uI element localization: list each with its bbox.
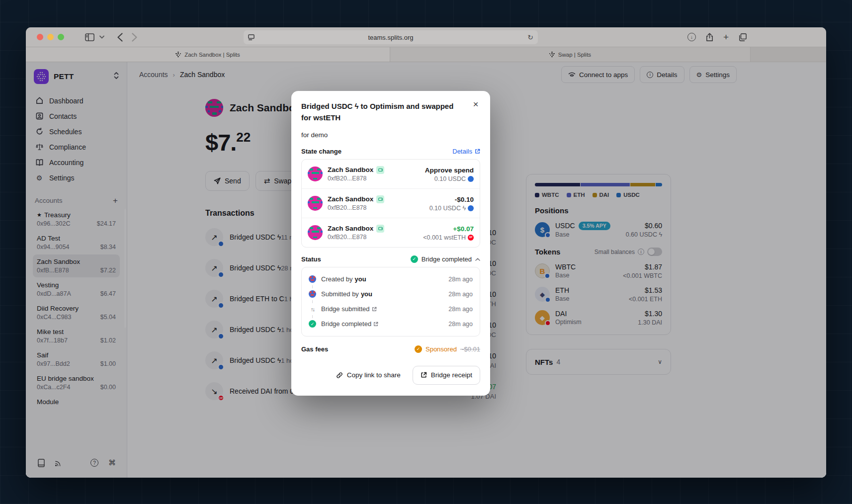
timeline-time: 28m ago: [448, 291, 473, 298]
share-icon[interactable]: [706, 33, 713, 42]
timeline-step-bridge-submitted[interactable]: ↑↓ Bridge submitted 28m ago: [309, 303, 473, 315]
original-gas-fee: ~$0.01: [460, 345, 480, 353]
back-button[interactable]: [117, 33, 123, 42]
browser-window: teams.splits.org ↻ ↓ + Zach Sandbox | Sp…: [26, 27, 826, 478]
gas-fees-label: Gas fees: [301, 345, 328, 353]
copy-link-button[interactable]: Copy link to share: [336, 371, 401, 379]
reader-mode-icon[interactable]: [248, 34, 255, 43]
address-bar[interactable]: teams.splits.org ↻: [244, 30, 538, 44]
state-change-row: Zach Sandbox 0xfB20...E878 -$0.10 0.10 U…: [302, 189, 480, 218]
link-icon: [336, 372, 343, 379]
external-link-icon: [372, 307, 377, 312]
downloads-icon[interactable]: ↓: [687, 33, 696, 41]
zoom-window-button[interactable]: [58, 34, 64, 40]
account-address: 0xfB20...E878: [328, 204, 429, 211]
timeline-step-created: Created byyou 28m ago: [309, 273, 473, 285]
url-text: teams.splits.org: [368, 34, 413, 41]
check-circle-icon: ✓: [411, 255, 418, 263]
account-avatar: [308, 196, 323, 211]
transaction-detail-modal: Bridged USDC ϟ to Optimism and swapped f…: [291, 91, 490, 396]
base-chain-badge: [468, 176, 474, 182]
wallet-icon: [376, 166, 384, 174]
close-window-button[interactable]: [37, 34, 43, 40]
user-avatar: [309, 275, 316, 283]
browser-toolbar: teams.splits.org ↻ ↓ +: [26, 27, 826, 47]
splits-favicon: [549, 52, 555, 57]
chevron-down-icon[interactable]: [99, 35, 104, 39]
timeline-time: 28m ago: [448, 306, 473, 313]
refresh-icon[interactable]: ↻: [527, 33, 533, 41]
bridge-receipt-button[interactable]: Bridge receipt: [413, 366, 480, 385]
state-change-row: Zach Sandbox 0xfB20...E878 +$0.07 <0.001…: [302, 218, 480, 247]
splits-favicon: [175, 52, 181, 57]
tab-label: Zach Sandbox | Splits: [184, 52, 240, 58]
account-avatar: [308, 225, 323, 240]
account-address: 0xfB20...E878: [328, 234, 423, 241]
check-circle-icon: ✓: [309, 320, 316, 328]
account-avatar: [308, 167, 323, 181]
tab-swap[interactable]: Swap | Splits: [390, 47, 751, 62]
forward-button[interactable]: [132, 33, 137, 42]
external-link-icon: [373, 322, 378, 327]
status-value[interactable]: ✓ Bridge completed: [411, 255, 480, 263]
tab-zach-sandbox[interactable]: Zach Sandbox | Splits: [26, 47, 390, 62]
wallet-icon: [376, 195, 384, 203]
chevron-up-icon: [475, 256, 480, 262]
wallet-icon: [376, 225, 384, 233]
up-down-arrows-icon: ↑↓: [311, 306, 314, 312]
state-change-row: Zach Sandbox 0xfB20...E878 Approve spend…: [302, 160, 480, 189]
timeline-step-bridge-completed[interactable]: ✓ Bridge completed 28m ago: [309, 318, 473, 330]
minimize-window-button[interactable]: [47, 34, 54, 40]
close-icon[interactable]: ×: [469, 98, 482, 111]
external-link-icon: [421, 372, 427, 378]
new-tab-icon[interactable]: +: [723, 32, 729, 42]
sponsored-label: Sponsored: [426, 345, 457, 353]
state-change-label: State change: [301, 148, 341, 155]
modal-title: Bridged USDC ϟ to Optimism and swapped f…: [301, 100, 480, 124]
tab-strip: Zach Sandbox | Splits Swap | Splits: [26, 47, 826, 62]
timeline-time: 28m ago: [448, 276, 473, 283]
tab-label: Swap | Splits: [558, 52, 591, 58]
browser-sidebar-toggle-icon[interactable]: [85, 33, 94, 41]
tab-overview-icon[interactable]: [739, 33, 747, 41]
details-link[interactable]: Details: [452, 148, 480, 155]
optimism-chain-badge: OP: [468, 235, 474, 241]
timeline-time: 28m ago: [448, 321, 473, 328]
status-label: Status: [301, 255, 321, 263]
base-chain-badge: [468, 205, 474, 211]
sponsored-check-icon: ✓: [415, 345, 422, 353]
tab-strip-empty: [751, 47, 826, 62]
timeline-step-submitted: Submitted byyou 28m ago: [309, 288, 473, 300]
traffic-lights: [37, 34, 64, 40]
user-avatar: [309, 290, 316, 298]
external-link-icon: [475, 149, 480, 154]
transaction-memo: for demo: [301, 131, 480, 139]
account-address: 0xfB20...E878: [328, 175, 425, 182]
